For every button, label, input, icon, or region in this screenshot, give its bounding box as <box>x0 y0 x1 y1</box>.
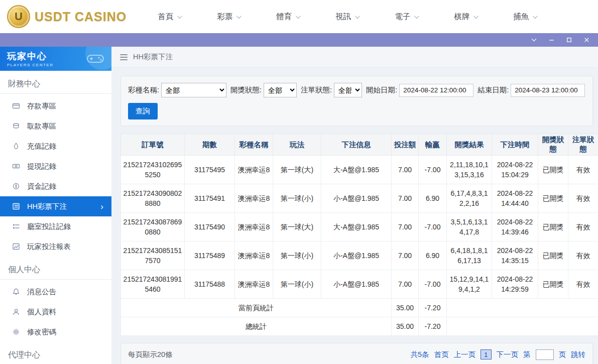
chevron-down-icon[interactable] <box>531 37 537 43</box>
table-cell: 2024-08-22 14:39:46 <box>492 213 538 241</box>
table-cell: 2152172431026955250 <box>121 156 185 184</box>
sidebar-item-recharge-records[interactable]: 充值記錄 <box>0 136 111 156</box>
sidebar-section-title: 個人中心 <box>0 257 111 280</box>
table-cell: 小-A盤@1.985 <box>321 241 392 270</box>
table-cell: 大-A盤@1.985 <box>321 156 392 184</box>
column-header: 下注信息 <box>321 134 392 156</box>
table-cell: 3,5,1,6,13,14,17,8 <box>447 213 492 241</box>
table-cell: -7.00 <box>419 156 447 184</box>
lottery-name-select[interactable]: 全部 <box>161 83 226 97</box>
grand-total-label: 總統計 <box>121 317 392 336</box>
table-cell: 澳洲幸运8 <box>235 241 273 270</box>
nav-item-chess[interactable]: 棋牌 <box>454 12 477 22</box>
sidebar-item-hall-bet-records[interactable]: 廳室投註記錄 <box>0 216 111 236</box>
table-cell: 有效 <box>568 213 598 241</box>
sidebar-item-hh-lottery-bets[interactable]: HH彩票下注› <box>0 196 111 216</box>
sidebar-item-change-password[interactable]: 修改密碼 <box>0 322 111 342</box>
sidebar-item-profile[interactable]: 個人資料 <box>0 302 111 322</box>
nav-item-slots[interactable]: 電子 <box>395 12 418 22</box>
chevron-down-icon <box>533 14 538 19</box>
sidebar: 玩家中心 PLAYERS CENTER 財務中心存款專區取款專區充值記錄提現記錄… <box>0 47 111 364</box>
logo-coin-icon: U <box>7 5 30 28</box>
table-cell: 小-A盤@1.985 <box>321 270 392 299</box>
maximize-button[interactable] <box>566 37 572 43</box>
end-date-input[interactable] <box>511 84 585 97</box>
query-button[interactable]: 查詢 <box>128 103 158 119</box>
table-cell: 澳洲幸运8 <box>235 270 273 299</box>
page-jump-input[interactable] <box>536 349 554 360</box>
first-page-link[interactable]: 首页 <box>434 350 448 359</box>
chevron-down-icon <box>177 14 182 19</box>
table-cell: 7.00 <box>392 241 419 270</box>
nav-item-fishing[interactable]: 捕魚 <box>513 12 536 22</box>
table-cell: 已開獎 <box>538 213 568 241</box>
chevron-right-icon: › <box>100 202 103 211</box>
breadcrumb: HH彩票下注 <box>111 47 598 68</box>
withdraw-icon <box>12 122 20 130</box>
sidebar-item-player-bet-report[interactable]: 玩家投注報表 <box>0 236 111 257</box>
bets-table: 訂單號期數彩種名稱玩法下注信息投注額輸贏開獎結果下注時間開獎狀態注單狀態 215… <box>121 134 598 336</box>
draw-status-select[interactable]: 全部 <box>264 83 297 97</box>
table-cell: 有效 <box>568 184 598 213</box>
sidebar-item-withdrawal-records[interactable]: 提現記錄 <box>0 156 111 176</box>
table-cell: 7.00 <box>392 184 419 213</box>
table-cell: 31175488 <box>185 270 235 299</box>
next-page-link[interactable]: 下一页 <box>497 350 519 359</box>
nav-item-sports[interactable]: 體育 <box>276 12 299 22</box>
nav-item-live[interactable]: 視訊 <box>335 12 358 22</box>
table-cell: 2152172430908028880 <box>121 184 185 213</box>
jump-button[interactable]: 跳转 <box>571 350 585 359</box>
table-cell: 已開獎 <box>538 156 568 184</box>
sidebar-item-deposit[interactable]: 存款專區 <box>0 96 111 116</box>
table-cell: 有效 <box>568 241 598 270</box>
table-cell: 2152172430878690880 <box>121 213 185 241</box>
prev-page-link[interactable]: 上一页 <box>453 350 475 359</box>
menu-icon[interactable] <box>120 54 128 60</box>
column-header: 玩法 <box>273 134 321 156</box>
sidebar-item-withdraw[interactable]: 取款專區 <box>0 116 111 136</box>
grand-total-bet: 35.00 <box>392 317 419 336</box>
sidebar-sections: 財務中心存款專區取款專區充值記錄提現記錄資金記錄HH彩票下注›廳室投註記錄玩家投… <box>0 71 111 364</box>
gear-icon <box>12 328 20 336</box>
report-icon <box>12 242 20 251</box>
table-cell: 6,17,4,8,3,12,2,16 <box>447 184 492 213</box>
sidebar-subtitle: PLAYERS CENTER <box>7 63 53 67</box>
current-page-indicator[interactable]: 1 <box>481 349 492 359</box>
page-total-bet: 35.00 <box>392 299 419 317</box>
column-header: 開獎結果 <box>447 134 492 156</box>
sidebar-header: 玩家中心 PLAYERS CENTER <box>0 47 111 71</box>
table-row: 215217243102695525031175495澳洲幸运8第一球(大)大-… <box>121 156 598 184</box>
sidebar-item-announcements[interactable]: 消息公告 <box>0 282 111 302</box>
hall-icon <box>12 222 20 230</box>
nav-item-lottery[interactable]: 彩票 <box>217 12 240 22</box>
cashout-icon <box>12 162 20 170</box>
column-header: 投注額 <box>392 134 419 156</box>
table-cell: 澳洲幸运8 <box>235 184 273 213</box>
table-cell: 7.00 <box>392 156 419 184</box>
jump-suffix-label: 页 <box>559 350 566 359</box>
table-cell: 第一球(小) <box>273 241 321 270</box>
chevron-down-icon <box>236 14 242 19</box>
top-nav: 首頁彩票體育視訊電子棋牌捕魚 <box>158 12 536 22</box>
table-cell: 15,12,9,14,19,4,1,2 <box>447 270 492 299</box>
minimize-button[interactable] <box>548 37 555 43</box>
sidebar-item-funds-records[interactable]: 資金記錄 <box>0 176 111 196</box>
page-total-label: 當前頁統計 <box>121 299 392 317</box>
end-date-label: 結束日期: <box>477 85 509 95</box>
column-header: 下注時間 <box>492 134 538 156</box>
nav-item-home[interactable]: 首頁 <box>158 12 181 22</box>
table-cell: 2024-08-22 14:35:15 <box>492 241 538 270</box>
close-button[interactable] <box>583 37 590 43</box>
column-header: 訂單號 <box>121 134 185 156</box>
table-cell: -7.00 <box>419 270 447 299</box>
bets-table-panel: 訂單號期數彩種名稱玩法下注信息投注額輸贏開獎結果下注時間開獎狀態注單狀態 215… <box>121 134 593 336</box>
table-cell: -7.00 <box>419 213 447 241</box>
table-cell: 7.00 <box>392 213 419 241</box>
bet-status-select[interactable]: 全部 <box>334 83 362 97</box>
start-date-input[interactable] <box>399 84 473 97</box>
user-icon <box>12 308 20 316</box>
table-cell: 6,4,18,1,8,16,17,13 <box>447 241 492 270</box>
gamepad-icon <box>86 53 104 65</box>
table-cell: 2024-08-22 15:04:29 <box>492 156 538 184</box>
sidebar-section-title: 代理中心 <box>0 342 111 364</box>
